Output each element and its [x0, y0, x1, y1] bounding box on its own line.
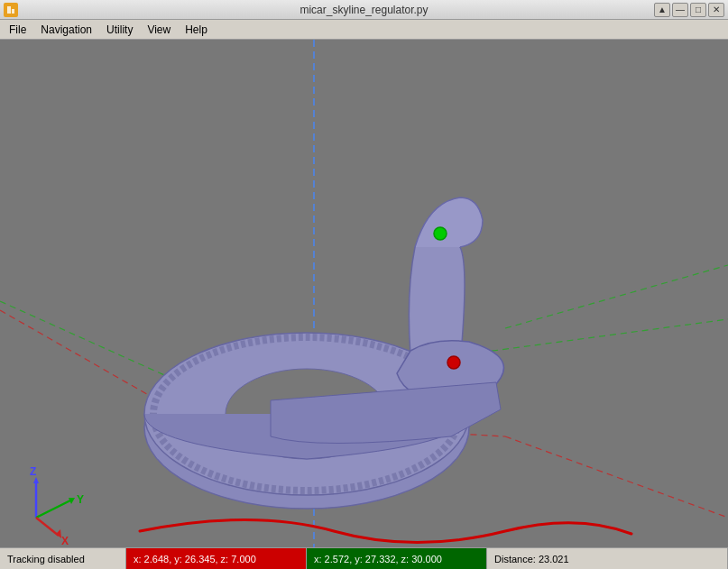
- svg-line-19: [36, 500, 72, 518]
- tracking-status: Tracking disabled: [0, 548, 126, 569]
- distance-display: Distance: 23.021: [487, 548, 728, 569]
- svg-text:X: X: [61, 535, 69, 547]
- titlebar-minimize-button[interactable]: —: [672, 3, 688, 17]
- distance-text: Distance: 23.021: [494, 554, 569, 564]
- coord1-text: x: 2.648, y: 26.345, z: 7.000: [134, 554, 256, 564]
- statusbar: Tracking disabled x: 2.648, y: 26.345, z…: [0, 547, 728, 569]
- window-title: micar_skyline_regulator.py: [0, 4, 728, 16]
- titlebar-up-button[interactable]: ▲: [654, 3, 670, 17]
- svg-text:Z: Z: [30, 465, 36, 478]
- menu-help[interactable]: Help: [178, 22, 215, 38]
- viewport-3d[interactable]: Z Y X: [0, 40, 728, 547]
- coord2-display: x: 2.572, y: 27.332, z: 30.000: [307, 548, 487, 569]
- menu-file[interactable]: File: [2, 22, 33, 38]
- titlebar-controls: ▲ — □ ✕: [654, 3, 724, 17]
- svg-point-15: [434, 227, 447, 240]
- app-icon: [4, 3, 18, 17]
- viewport-svg: Z Y X: [0, 40, 728, 547]
- titlebar-close-button[interactable]: ✕: [708, 3, 724, 17]
- svg-marker-18: [33, 477, 39, 483]
- coord1-display: x: 2.648, y: 26.345, z: 7.000: [126, 548, 307, 569]
- menu-view[interactable]: View: [140, 22, 178, 38]
- coord2-text: x: 2.572, y: 27.332, z: 30.000: [314, 554, 442, 564]
- titlebar-maximize-button[interactable]: □: [690, 3, 706, 17]
- svg-line-10: [505, 265, 728, 328]
- titlebar: micar_skyline_regulator.py ▲ — □ ✕: [0, 0, 728, 20]
- menubar: File Navigation Utility View Help: [0, 20, 728, 40]
- menu-navigation[interactable]: Navigation: [33, 22, 99, 38]
- svg-line-6: [505, 436, 728, 518]
- svg-text:Y: Y: [77, 493, 84, 506]
- menu-utility[interactable]: Utility: [99, 22, 140, 38]
- svg-line-7: [0, 301, 180, 382]
- svg-line-21: [36, 518, 59, 536]
- svg-rect-2: [12, 9, 14, 14]
- svg-point-16: [447, 356, 460, 369]
- svg-rect-1: [7, 6, 11, 14]
- tracking-text: Tracking disabled: [7, 554, 85, 564]
- titlebar-left: [4, 3, 18, 17]
